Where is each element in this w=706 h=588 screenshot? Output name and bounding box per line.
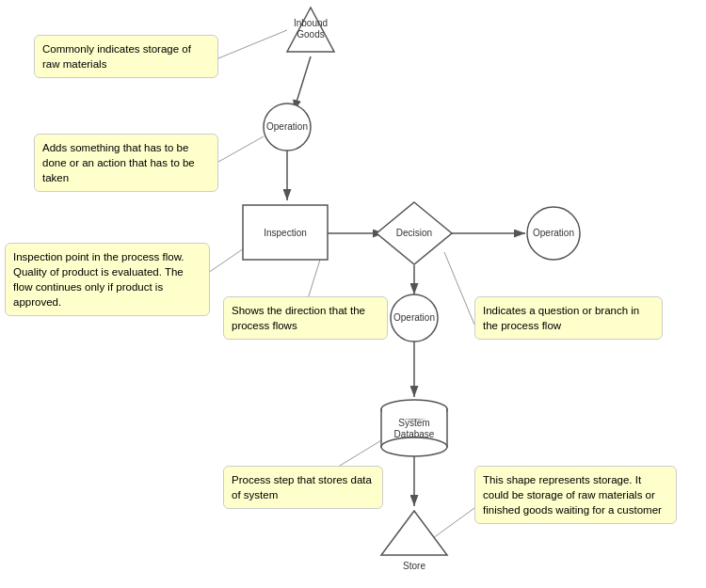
database-shape-bottom	[381, 437, 447, 456]
store-shape	[381, 511, 447, 555]
svg-line-14	[433, 508, 474, 538]
callout-decision: Indicates a question or branch in the pr…	[474, 296, 663, 340]
inbound-goods-label: Inbound	[294, 18, 328, 28]
inspection-label: Inspection	[264, 228, 307, 238]
callout-database: Process step that stores data of system	[223, 466, 383, 509]
operation1-label: Operation	[266, 121, 308, 132]
svg-line-12	[444, 252, 474, 325]
diagram-canvas: Inbound Goods Operation Inspection Decis…	[0, 0, 706, 588]
store-label: Store	[403, 561, 425, 571]
inbound-goods-label2: Goods	[297, 29, 324, 40]
decision-label: Decision	[396, 228, 432, 238]
svg-line-1	[294, 56, 311, 111]
callout-arrow: Shows the direction that the process flo…	[223, 296, 388, 340]
callout-storage2: This shape represents storage. It could …	[474, 466, 677, 524]
operation2-label: Operation	[533, 228, 574, 238]
database-label2: Database	[394, 429, 435, 439]
callout-operation: Adds something that has to be done or an…	[34, 134, 218, 192]
svg-line-8	[218, 30, 287, 58]
database-label1: System	[398, 418, 429, 428]
callout-inspection: Inspection point in the process flow. Qu…	[5, 243, 210, 316]
callout-storage: Commonly indicates storage of raw materi…	[34, 35, 218, 78]
operation3-label: Operation	[393, 312, 435, 323]
svg-line-9	[218, 136, 264, 162]
